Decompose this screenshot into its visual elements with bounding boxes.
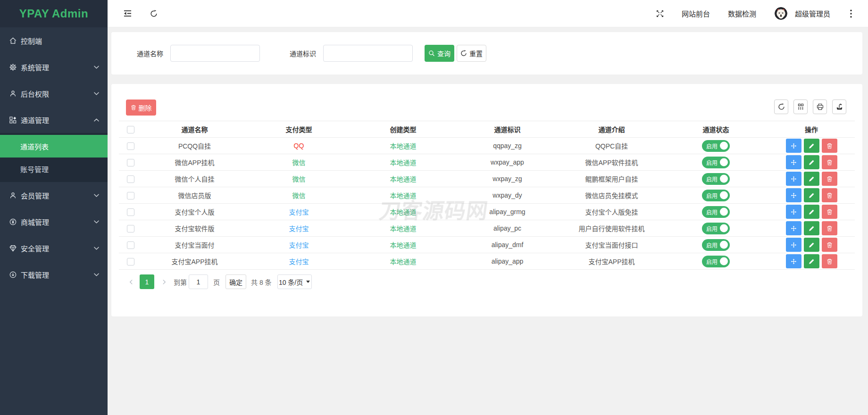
- cell-create-type-link[interactable]: 本地通道: [390, 208, 417, 216]
- move-row-button[interactable]: [786, 155, 801, 169]
- pencil-icon: [809, 209, 815, 215]
- delete-row-button[interactable]: [822, 238, 837, 252]
- fullscreen-icon[interactable]: [656, 10, 664, 17]
- status-toggle[interactable]: 启用: [702, 256, 730, 267]
- sidebar-item-shield[interactable]: 安全管理: [0, 235, 108, 261]
- sidebar-item-yen[interactable]: 商城管理: [0, 208, 108, 235]
- table-toolbar: 删除: [119, 100, 855, 116]
- col-channel-status: 通道状态: [664, 121, 768, 138]
- download-icon: [9, 271, 17, 278]
- delete-row-button[interactable]: [822, 155, 837, 169]
- refresh-table-button[interactable]: [774, 100, 788, 114]
- reset-button[interactable]: 重置: [457, 45, 486, 62]
- delete-row-button[interactable]: [822, 172, 837, 186]
- edit-row-button[interactable]: [804, 238, 819, 252]
- row-checkbox[interactable]: [127, 208, 134, 216]
- delete-selected-button[interactable]: 删除: [126, 100, 156, 116]
- cell-channel-name: 支付宝个人版: [142, 204, 247, 220]
- move-row-button[interactable]: [786, 254, 801, 268]
- status-toggle[interactable]: 启用: [702, 206, 730, 218]
- next-page-icon[interactable]: [161, 279, 167, 285]
- channel-code-input[interactable]: [323, 45, 413, 62]
- current-page-button[interactable]: 1: [140, 274, 154, 289]
- status-toggle[interactable]: 启用: [702, 157, 730, 168]
- edit-row-button[interactable]: [804, 254, 819, 268]
- search-button[interactable]: 查询: [425, 45, 454, 62]
- delete-row-button[interactable]: [822, 188, 837, 202]
- sidebar-item-gear[interactable]: 系统管理: [0, 54, 108, 80]
- cell-create-type-link[interactable]: 本地通道: [390, 241, 417, 249]
- refresh-page-icon[interactable]: [150, 10, 158, 17]
- status-toggle[interactable]: 启用: [702, 239, 730, 251]
- cell-create-type-link[interactable]: 本地通道: [390, 192, 417, 199]
- goto-confirm-button[interactable]: 确定: [225, 274, 246, 289]
- status-toggle-label: 启用: [706, 142, 718, 150]
- move-row-button[interactable]: [786, 221, 801, 235]
- row-checkbox[interactable]: [127, 159, 134, 166]
- components-icon: [9, 116, 17, 124]
- cell-create-type-link[interactable]: 本地通道: [390, 258, 417, 266]
- export-button[interactable]: [832, 100, 846, 114]
- row-checkbox[interactable]: [127, 192, 134, 199]
- row-checkbox[interactable]: [127, 225, 134, 232]
- delete-row-button[interactable]: [822, 254, 837, 268]
- front-site-link[interactable]: 网站前台: [682, 8, 710, 18]
- status-toggle[interactable]: 启用: [702, 190, 730, 201]
- submenu-item[interactable]: 账号管理: [0, 158, 108, 180]
- row-checkbox[interactable]: [127, 258, 134, 266]
- cell-create-type-link[interactable]: 本地通道: [390, 175, 417, 183]
- cell-channel-intro: 用户自行使用软件挂机: [559, 220, 664, 237]
- cell-pay-type: 支付宝: [247, 253, 351, 270]
- print-button[interactable]: [813, 100, 827, 114]
- status-toggle[interactable]: 启用: [702, 173, 730, 185]
- edit-row-button[interactable]: [804, 155, 819, 169]
- data-check-link[interactable]: 数据检测: [728, 8, 756, 18]
- cell-channel-name: 微信APP挂机: [142, 154, 247, 171]
- submenu-item-active[interactable]: 通道列表: [0, 135, 108, 158]
- edit-row-button[interactable]: [804, 172, 819, 186]
- page-size-select[interactable]: 10 条/页: [277, 274, 312, 289]
- goto-page-input[interactable]: [189, 274, 208, 289]
- cell-create-type-link[interactable]: 本地通道: [390, 225, 417, 232]
- sidebar-item-components[interactable]: 通道管理: [0, 107, 108, 133]
- chevron-down-icon: [93, 245, 100, 251]
- table-header-row: 通道名称 支付类型 创建类型 通道标识 通道介绍 通道状态 操作: [119, 121, 855, 138]
- row-checkbox[interactable]: [127, 241, 134, 249]
- row-checkbox[interactable]: [127, 175, 134, 183]
- status-toggle[interactable]: 启用: [702, 223, 730, 234]
- move-row-button[interactable]: [786, 238, 801, 252]
- delete-row-button[interactable]: [822, 205, 837, 219]
- sidebar-item-download[interactable]: 下载管理: [0, 261, 108, 288]
- toggle-knob: [720, 241, 728, 249]
- delete-row-button[interactable]: [822, 139, 837, 153]
- edit-row-button[interactable]: [804, 205, 819, 219]
- move-row-button[interactable]: [786, 172, 801, 186]
- trash-icon: [826, 143, 833, 149]
- cell-channel-name: PCQQ自挂: [142, 138, 247, 154]
- username[interactable]: 超级管理员: [795, 8, 830, 18]
- edit-row-button[interactable]: [804, 221, 819, 235]
- delete-row-button[interactable]: [822, 221, 837, 235]
- sidebar-item-user[interactable]: 后台权限: [0, 80, 108, 107]
- collapse-sidebar-icon[interactable]: [124, 9, 132, 17]
- col-create-type: 创建类型: [351, 121, 455, 138]
- logo[interactable]: YPAY Admin: [0, 0, 108, 27]
- status-toggle[interactable]: 启用: [702, 140, 730, 152]
- toggle-columns-button[interactable]: [793, 100, 808, 114]
- cell-create-type-link[interactable]: 本地通道: [390, 142, 417, 150]
- avatar[interactable]: [775, 7, 787, 20]
- select-all-checkbox[interactable]: [127, 126, 134, 133]
- move-row-button[interactable]: [786, 188, 801, 202]
- more-menu-icon[interactable]: [850, 9, 852, 18]
- prev-page-icon[interactable]: [128, 279, 134, 285]
- table-row: 支付宝软件版 支付宝 本地通道 alipay_pc 用户自行使用软件挂机 启用: [119, 220, 855, 237]
- cell-create-type-link[interactable]: 本地通道: [390, 159, 417, 166]
- move-row-button[interactable]: [786, 205, 801, 219]
- row-checkbox[interactable]: [127, 142, 134, 150]
- move-row-button[interactable]: [786, 139, 801, 153]
- channel-name-input[interactable]: [170, 45, 260, 62]
- sidebar-item-member[interactable]: 会员管理: [0, 182, 108, 208]
- sidebar-item-home[interactable]: 控制端: [0, 27, 108, 54]
- edit-row-button[interactable]: [804, 139, 819, 153]
- edit-row-button[interactable]: [804, 188, 819, 202]
